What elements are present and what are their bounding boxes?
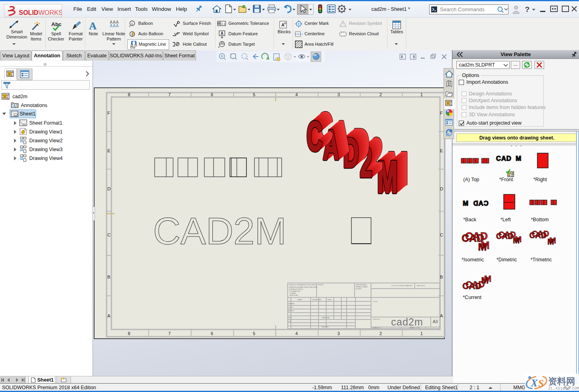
svg-text:*Trimetric: *Trimetric (531, 257, 552, 263)
svg-text:1: 1 (420, 331, 423, 336)
svg-text:CAD: CAD (496, 155, 512, 162)
svg-text:A: A (221, 31, 224, 36)
svg-text:WEIGHT:: WEIGHT: (322, 326, 329, 328)
svg-text:APPV'D: APPV'D (288, 310, 294, 312)
svg-text:DATE: DATE (327, 299, 332, 301)
svg-text:A: A (13, 104, 16, 108)
svg-text:2: 2 (379, 331, 382, 336)
svg-text:SCALE 2:1: SCALE 2:1 (373, 327, 381, 329)
svg-text:F: F (107, 111, 110, 115)
svg-text:F: F (440, 111, 443, 115)
svg-text:cad2m: cad2m (391, 316, 423, 327)
svg-text:A: A (281, 22, 284, 27)
svg-text:4: 4 (295, 331, 298, 336)
svg-text:CAD: CAD (462, 281, 482, 291)
svg-text:资料网: 资料网 (548, 376, 575, 386)
svg-text:5: 5 (253, 92, 255, 97)
svg-text:C: C (107, 232, 111, 237)
svg-text:M: M (481, 275, 488, 285)
svg-text:M: M (463, 200, 468, 207)
svg-text:8: 8 (128, 331, 130, 336)
svg-text:MFG: MFG (288, 317, 292, 319)
svg-text:M: M (516, 155, 521, 162)
svg-text:C: C (307, 113, 323, 160)
svg-text:(A) Top: (A) Top (463, 177, 479, 182)
svg-text:D: D (107, 186, 111, 191)
svg-text:3: 3 (337, 92, 340, 97)
svg-text:*Front: *Front (499, 177, 513, 182)
svg-text:A1: A1 (221, 42, 224, 44)
svg-text:6: 6 (211, 331, 213, 336)
svg-text:S: S (538, 378, 544, 389)
svg-text:E: E (440, 148, 443, 153)
svg-text:A3: A3 (433, 319, 438, 324)
svg-text:B: B (440, 275, 443, 279)
svg-text:SIGNATURE: SIGNATURE (312, 299, 321, 301)
svg-text:D: D (440, 186, 443, 191)
svg-text:E: E (107, 148, 110, 153)
svg-text:TITLE:: TITLE: (373, 301, 378, 303)
svg-text:7: 7 (168, 92, 171, 97)
svg-text:6: 6 (211, 92, 213, 97)
svg-text:DRAWN: DRAWN (288, 303, 295, 305)
svg-text:FINISH: FINISH (318, 284, 323, 286)
svg-text:*Isometric: *Isometric (462, 257, 484, 263)
svg-text:X: X (531, 378, 538, 388)
svg-text:CAD2M: CAD2M (153, 210, 286, 252)
svg-text:DO NOT SCALE DRAWING: DO NOT SCALE DRAWING (391, 285, 412, 287)
svg-text:B: B (107, 275, 110, 279)
svg-text:CAD: CAD (473, 200, 488, 207)
svg-text:CHK'D: CHK'D (288, 306, 293, 308)
svg-text:4: 4 (295, 92, 298, 97)
svg-text:*Dimetric: *Dimetric (496, 257, 517, 263)
svg-text:REVISION: REVISION (417, 285, 425, 287)
svg-text:EDGES: EDGES (356, 288, 362, 290)
svg-text:1: 1 (420, 92, 423, 97)
svg-text:UNLESS OTHERWISE SPECIFIED:: UNLESS OTHERWISE SPECIFIED: (289, 284, 316, 286)
svg-text:8: 8 (128, 92, 130, 97)
svg-text:CAD: CAD (529, 231, 547, 240)
svg-text:ZL.XS1616.COM: ZL.XS1616.COM (548, 386, 579, 391)
svg-text:2: 2 (379, 92, 382, 97)
svg-text:C: C (440, 232, 443, 237)
svg-text:Q.A: Q.A (288, 320, 291, 322)
svg-text:A: A (73, 24, 77, 28)
svg-text:ANGULAR:: ANGULAR: (290, 294, 298, 296)
svg-text:SOLIDWORKS: SOLIDWORKS (19, 9, 62, 16)
svg-text:MATERIAL:: MATERIAL: (322, 317, 331, 319)
svg-text:CAD: CAD (496, 232, 513, 240)
svg-text:DWG NO.: DWG NO. (373, 318, 380, 320)
svg-text:A: A (440, 313, 443, 318)
svg-text:7: 7 (168, 331, 171, 336)
svg-text:5: 5 (253, 331, 255, 336)
svg-text:?: ? (525, 5, 530, 14)
svg-text:M: M (547, 237, 554, 246)
svg-text:1: 1 (131, 22, 133, 26)
svg-text:*Left: *Left (500, 217, 511, 222)
svg-text:NAME: NAME (297, 299, 302, 301)
svg-text:*Bottom: *Bottom (531, 217, 549, 222)
svg-text:*Back: *Back (463, 217, 476, 222)
svg-text:M: M (513, 236, 520, 245)
svg-text:*Current: *Current (463, 295, 482, 300)
svg-text:3: 3 (337, 331, 340, 336)
svg-text:0.1: 0.1 (221, 22, 225, 26)
svg-text:M: M (478, 241, 487, 253)
svg-text:*Right: *Right (533, 177, 547, 182)
svg-text:A: A (107, 313, 111, 318)
